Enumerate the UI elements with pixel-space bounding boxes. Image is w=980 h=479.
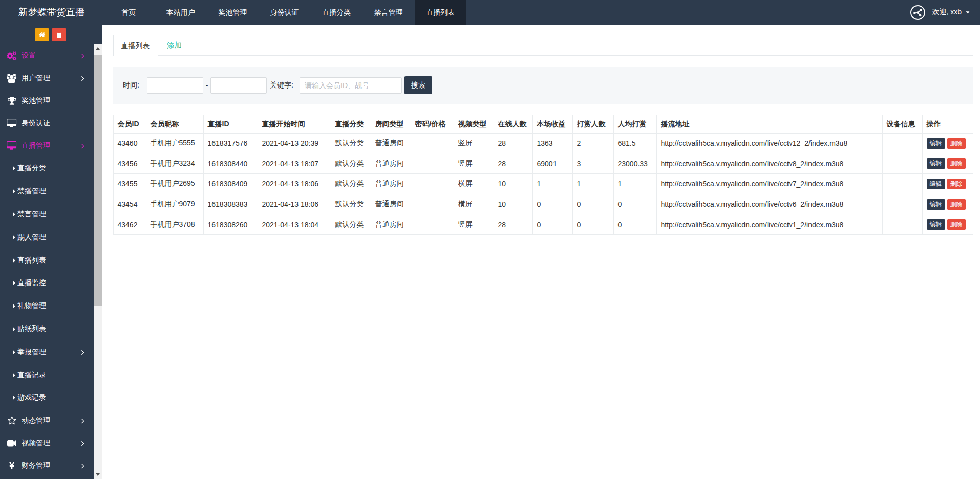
cell-live-id: 1618308409 (203, 174, 258, 194)
edit-button[interactable]: 编辑 (927, 138, 945, 149)
sidebar-subitem[interactable]: 踢人管理 (0, 226, 94, 249)
cell-video-type: 竖屏 (454, 214, 494, 235)
sidebar-subitem[interactable]: 直播记录 (0, 363, 94, 386)
delete-button[interactable]: 删除 (947, 158, 966, 169)
keyword-input[interactable] (300, 77, 402, 94)
scrollbar-thumb[interactable] (94, 55, 102, 306)
table-header-cell: 密码/价格 (411, 115, 454, 134)
cell-tip-users: 0 (572, 214, 613, 235)
clear-cache-button[interactable] (52, 28, 66, 41)
cell-category: 默认分类 (331, 194, 371, 214)
tab-live-list[interactable]: 直播列表 (113, 35, 158, 56)
tab-add[interactable]: 添加 (167, 35, 182, 56)
sidebar-item[interactable]: 用户管理 (0, 67, 94, 90)
cell-video-type: 竖屏 (454, 134, 494, 154)
triangle-up-icon (96, 47, 100, 50)
cell-nickname: 手机用户9079 (146, 194, 203, 214)
home-icon (38, 31, 46, 38)
cell-tip-users: 3 (572, 154, 613, 174)
cell-stream-url: http://cctvalih5ca.v.myalicdn.com/live/c… (656, 154, 882, 174)
edit-button[interactable]: 编辑 (927, 219, 945, 230)
angle-right-icon (81, 142, 84, 150)
scrollbar-down-button[interactable] (94, 470, 102, 479)
cell-video-type: 竖屏 (454, 154, 494, 174)
cell-nickname: 手机用户2695 (146, 174, 203, 194)
sidebar-item[interactable]: 财务管理 (0, 454, 94, 477)
cell-income: 0 (532, 194, 572, 214)
cell-member-id: 43454 (113, 194, 146, 214)
desktop-icon (6, 119, 17, 128)
cell-avg-tip: 0 (613, 214, 656, 235)
top-nav-item[interactable]: 直播列表 (415, 0, 467, 25)
top-nav-item[interactable]: 奖池管理 (207, 0, 259, 25)
delete-button[interactable]: 删除 (947, 219, 966, 230)
user-menu[interactable]: 欢迎, xxb (910, 0, 970, 25)
cell-category: 默认分类 (331, 214, 371, 235)
angle-right-icon (81, 416, 84, 425)
table-row: 43455 手机用户2695 1618308409 2021-04-13 18:… (113, 174, 973, 194)
delete-button[interactable]: 删除 (947, 199, 966, 210)
caret-right-icon (13, 349, 15, 356)
top-nav-item[interactable]: 禁言管理 (363, 0, 415, 25)
sidebar-subitem[interactable]: 举报管理 (0, 340, 94, 363)
top-nav-item[interactable]: 本站用户 (155, 0, 207, 25)
sidebar-subitem[interactable]: 游戏记录 (0, 386, 94, 409)
cell-password-price (411, 194, 454, 214)
table-header-cell: 会员昵称 (146, 115, 203, 134)
top-nav-item[interactable]: 直播分类 (311, 0, 363, 25)
cell-stream-url: http://cctvalih5ca.v.myalicdn.com/live/c… (656, 134, 882, 154)
caret-right-icon (13, 394, 15, 401)
caret-right-icon (13, 257, 15, 264)
sidebar-item[interactable]: 动态管理 (0, 409, 94, 432)
table-row: 43460 手机用户5555 1618317576 2021-04-13 20:… (113, 134, 973, 154)
sidebar-subitem[interactable]: 直播监控 (0, 272, 94, 295)
cell-member-id: 43455 (113, 174, 146, 194)
sidebar-item[interactable]: 设置 (0, 45, 94, 67)
scrollbar-up-button[interactable] (94, 44, 102, 53)
cell-tip-users: 2 (572, 134, 613, 154)
cell-actions: 编辑删除 (922, 174, 973, 194)
cell-actions: 编辑删除 (922, 154, 973, 174)
cell-stream-url: http://cctvalih5ca.v.myalicdn.com/live/c… (656, 214, 882, 235)
home-button[interactable] (35, 28, 49, 41)
date-to-input[interactable] (210, 77, 267, 94)
table-header-cell: 房间类型 (371, 115, 411, 134)
table-header-cell: 直播分类 (331, 115, 371, 134)
sidebar-subitem[interactable]: 直播列表 (0, 249, 94, 272)
cell-device-info (882, 214, 922, 235)
cell-nickname: 手机用户3708 (146, 214, 203, 235)
sidebar-item[interactable]: 身份认证 (0, 112, 94, 135)
cell-stream-url: http://cctvalih5ca.v.myalicdn.com/live/c… (656, 194, 882, 214)
edit-button[interactable]: 编辑 (927, 158, 945, 169)
sidebar-subitem[interactable]: 禁言管理 (0, 203, 94, 226)
triangle-down-icon (96, 473, 100, 476)
sidebar-subitem[interactable]: 礼物管理 (0, 295, 94, 318)
table-header-cell: 视频类型 (454, 115, 494, 134)
brand-title: 新梦蝶带货直播 (18, 0, 85, 25)
cell-stream-url: http://cctvalih5ca.v.myalicdn.com/live/c… (656, 174, 882, 194)
table-header-cell: 设备信息 (882, 115, 922, 134)
cell-password-price (411, 134, 454, 154)
cell-device-info (882, 174, 922, 194)
top-nav-item[interactable]: 身份认证 (259, 0, 311, 25)
cell-live-id: 1618308440 (203, 154, 258, 174)
top-nav-item[interactable]: 首页 (103, 0, 155, 25)
cell-device-info (882, 154, 922, 174)
sidebar-item[interactable]: 直播管理 (0, 135, 94, 157)
sidebar-subitem[interactable]: 直播分类 (0, 157, 94, 180)
date-from-input[interactable] (147, 77, 203, 94)
sidebar-subitem[interactable]: 贴纸列表 (0, 318, 94, 341)
table-header-cell: 操作 (922, 115, 973, 134)
edit-button[interactable]: 编辑 (927, 179, 945, 189)
delete-button[interactable]: 删除 (947, 179, 966, 189)
sidebar-item[interactable]: 视频管理 (0, 432, 94, 454)
cell-actions: 编辑删除 (922, 194, 973, 214)
delete-button[interactable]: 删除 (947, 138, 966, 149)
sidebar-subitem[interactable]: 禁播管理 (0, 180, 94, 203)
table-row: 43456 手机用户3234 1618308440 2021-04-13 18:… (113, 154, 973, 174)
edit-button[interactable]: 编辑 (927, 199, 945, 210)
sidebar-item[interactable]: 奖池管理 (0, 90, 94, 112)
cell-password-price (411, 154, 454, 174)
cell-income: 1 (532, 174, 572, 194)
search-button[interactable]: 搜索 (404, 76, 432, 94)
